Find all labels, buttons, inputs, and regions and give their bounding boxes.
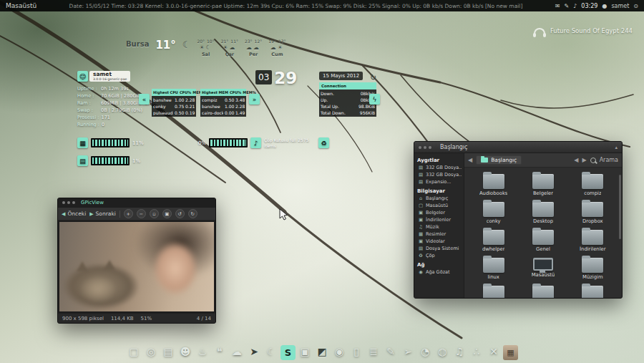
close-icon[interactable]: ✕ — [486, 343, 502, 360]
darts-icon[interactable]: ➢ — [400, 343, 416, 360]
desktop-menu[interactable]: Masaüstü — [6, 2, 36, 9]
power-icon[interactable]: ⊙ — [633, 3, 638, 9]
cloud-icon[interactable]: ☁ — [229, 343, 245, 360]
next-button[interactable]: ▶ Sonraki — [89, 210, 116, 217]
location-button[interactable]: Başlangıç — [476, 155, 522, 165]
sidebar-item-filesystem[interactable]: ▤Dosya Sistemi — [416, 245, 462, 252]
stat-value: 171 — [102, 115, 110, 120]
file-folder[interactable]: Desktop — [518, 200, 567, 224]
trash-icon[interactable]: ♻ — [318, 137, 329, 148]
scrollbar[interactable] — [619, 175, 621, 239]
previous-button[interactable]: ◀ Önceki — [62, 210, 86, 217]
zoom-out-button[interactable]: − — [137, 209, 146, 218]
username[interactable]: samet — [611, 3, 629, 9]
folder-icon — [532, 202, 554, 217]
window-controls[interactable] — [419, 146, 431, 149]
process-cpu: 1.00 — [225, 104, 234, 109]
back-button[interactable]: ◀ — [468, 157, 472, 163]
text-editor-icon[interactable]: ≣ — [366, 343, 381, 360]
mail-icon[interactable]: ✉ — [555, 3, 560, 9]
sidebar-item-drive2[interactable]: ▤332 GB Dosya... — [416, 171, 462, 178]
search-icon[interactable] — [590, 158, 596, 163]
collapse-right-button[interactable]: » — [249, 94, 260, 105]
sidebar-item-browse-network[interactable]: ◉Ağa Gözat — [416, 268, 462, 276]
file-folder[interactable]: conky — [469, 200, 518, 224]
music-icon[interactable]: ♫ — [452, 343, 467, 360]
process-cpu: 0.50 — [175, 110, 184, 115]
history-back-button[interactable]: ◀ — [574, 157, 578, 163]
sidebar-item-trash[interactable]: ♻Çöp — [416, 252, 462, 259]
edit-icon[interactable]: ✎ — [565, 3, 570, 9]
file-folder[interactable]: compiz — [568, 172, 618, 196]
messenger-icon[interactable]: ❝ — [212, 343, 228, 360]
conn-label: Total Up. — [321, 104, 339, 109]
image-viewer-thumb[interactable]: ▦ — [503, 345, 518, 360]
show-desktop-icon[interactable]: ▢ — [126, 343, 142, 360]
file-manager-titlebar[interactable]: Başlangıç ▴ — [414, 142, 622, 153]
sidebar-item-desktop[interactable]: ▢Masaüstü — [416, 202, 462, 209]
zoom-in-button[interactable]: + — [124, 209, 133, 218]
user-icon: ☺ — [77, 71, 88, 82]
file-folder[interactable]: Masaüstü — [518, 256, 567, 280]
process-mem: 1.49 — [235, 110, 245, 115]
collapse-left-button[interactable]: « — [139, 94, 150, 105]
document-icon[interactable]: ▯ — [348, 343, 364, 360]
file-folder[interactable]: Podcasts — [518, 284, 567, 298]
stat-value: 0B | 2.79GiB (0%) — [101, 107, 142, 113]
file-folder[interactable]: Audiobooks — [469, 172, 518, 196]
sidebar-item-expansion[interactable]: ▤Expansio... — [416, 178, 462, 185]
sidebar-item-home[interactable]: ⌂Başlangıç — [416, 195, 462, 202]
zoom-original-button[interactable]: ▣ — [162, 209, 172, 218]
speaker-icon[interactable]: ♪ — [250, 137, 261, 148]
image-viewer-titlebar[interactable]: GPicView — [58, 198, 215, 208]
folder-icon: ▣ — [418, 217, 424, 223]
skype-icon[interactable]: S — [280, 345, 296, 360]
history-forward-button[interactable]: ▶ — [582, 157, 586, 163]
forecast-night-icon: ☀ — [278, 44, 284, 51]
sidebar-item-music[interactable]: ♫Müzik — [416, 223, 462, 231]
keyboard-icon[interactable]: ▤ — [77, 155, 88, 166]
chromium-icon[interactable]: ◎ — [143, 343, 159, 360]
twitter-icon[interactable]: ➤ — [246, 343, 262, 360]
night-mode-icon[interactable]: ☾ — [263, 343, 279, 360]
file-folder[interactable]: Resimler — [568, 284, 618, 298]
file-folder[interactable]: Dropbox — [568, 200, 618, 224]
cairo-dock-icon[interactable]: ◉ — [331, 343, 347, 360]
sidebar-item-drive1[interactable]: ▤332 GB Dosya... — [416, 164, 462, 171]
disc-icon[interactable]: ◍ — [434, 343, 450, 360]
terminal-icon[interactable]: ▤ — [160, 343, 176, 360]
gnome-do-icon[interactable]: ∴ — [469, 343, 484, 360]
file-folder[interactable]: dwhelper — [469, 228, 518, 252]
contacts-icon[interactable]: ☻ — [177, 343, 193, 360]
sidebar-item-downloads[interactable]: ▣İndirilenler — [416, 216, 462, 223]
file-folder[interactable]: İndirilenler — [568, 228, 618, 252]
refresh-icon[interactable]: ↻ — [370, 73, 376, 82]
sidebar-item-videos[interactable]: ▣Videolar — [416, 238, 462, 245]
panel-clock[interactable]: 03:29 — [581, 3, 597, 9]
media-player-icon[interactable]: ▣ — [297, 343, 313, 360]
window-controls[interactable] — [62, 201, 75, 204]
sidebar-item-pictures[interactable]: ▦Resimler — [416, 231, 462, 238]
file-folder[interactable]: Müzigim — [568, 256, 618, 280]
conky-system-widget: ☺ samet 3.0.0-16-generic-pae Uptime0h 12… — [77, 71, 146, 127]
file-folder[interactable]: Müzik — [469, 284, 518, 298]
sidebar-item-documents[interactable]: ▣Belgeler — [416, 209, 462, 216]
file-folder[interactable]: Belgeler — [518, 172, 567, 196]
chrome-icon[interactable]: ◔ — [417, 343, 433, 360]
zoom-fit-button[interactable]: ▫ — [150, 209, 159, 218]
process-name: compiz — [202, 97, 223, 102]
search-label[interactable]: Arama — [600, 157, 618, 163]
image-canvas[interactable] — [58, 221, 215, 313]
nvidia-icon[interactable]: ◩ — [314, 343, 330, 360]
draw-icon[interactable]: ✎ — [383, 343, 399, 360]
scroll-up-icon[interactable]: ▴ — [615, 145, 618, 150]
power-plug-icon[interactable]: ϟ — [369, 94, 380, 105]
wine-icon[interactable]: ♨ — [195, 343, 210, 360]
volume-icon[interactable]: ♪ — [573, 3, 577, 9]
stat-label: Running — [77, 122, 99, 127]
file-folder[interactable]: linux — [469, 256, 518, 280]
brightness-icon[interactable]: ▦ — [77, 137, 88, 148]
rotate-right-button[interactable]: ↻ — [188, 209, 197, 218]
file-folder[interactable]: Genel — [518, 228, 567, 252]
rotate-left-button[interactable]: ↺ — [175, 209, 185, 218]
